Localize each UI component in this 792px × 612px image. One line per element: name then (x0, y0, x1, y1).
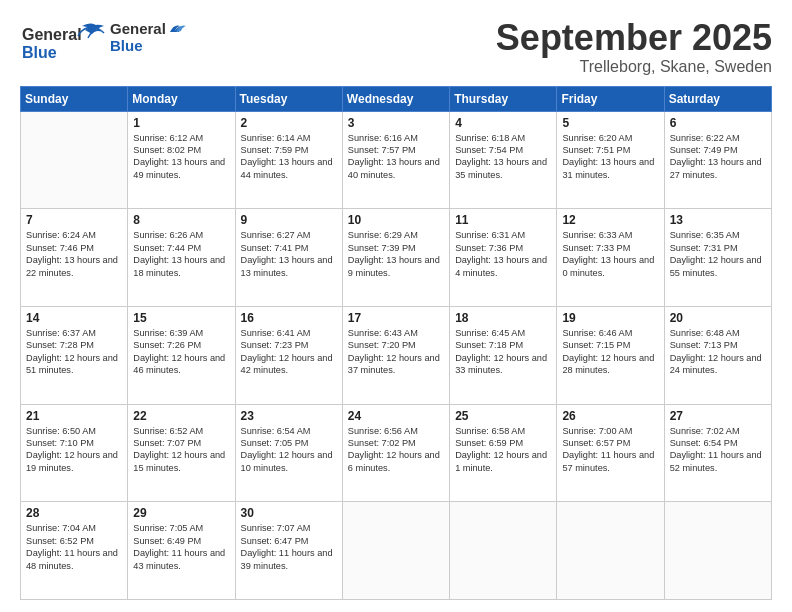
cell-details: Sunrise: 6:12 AMSunset: 8:02 PMDaylight:… (133, 132, 229, 182)
day-number: 28 (26, 506, 122, 520)
calendar-week-row: 21Sunrise: 6:50 AMSunset: 7:10 PMDayligh… (21, 404, 772, 502)
header-monday: Monday (128, 86, 235, 111)
header-saturday: Saturday (664, 86, 771, 111)
table-row: 6Sunrise: 6:22 AMSunset: 7:49 PMDaylight… (664, 111, 771, 209)
day-number: 6 (670, 116, 766, 130)
table-row: 3Sunrise: 6:16 AMSunset: 7:57 PMDaylight… (342, 111, 449, 209)
cell-details: Sunrise: 6:48 AMSunset: 7:13 PMDaylight:… (670, 327, 766, 377)
day-number: 19 (562, 311, 658, 325)
day-number: 21 (26, 409, 122, 423)
table-row: 5Sunrise: 6:20 AMSunset: 7:51 PMDaylight… (557, 111, 664, 209)
day-number: 11 (455, 213, 551, 227)
header-sunday: Sunday (21, 86, 128, 111)
table-row: 21Sunrise: 6:50 AMSunset: 7:10 PMDayligh… (21, 404, 128, 502)
cell-details: Sunrise: 6:56 AMSunset: 7:02 PMDaylight:… (348, 425, 444, 475)
svg-text:General: General (22, 26, 82, 43)
table-row: 11Sunrise: 6:31 AMSunset: 7:36 PMDayligh… (450, 209, 557, 307)
table-row: 23Sunrise: 6:54 AMSunset: 7:05 PMDayligh… (235, 404, 342, 502)
month-title: September 2025 (496, 18, 772, 58)
table-row: 29Sunrise: 7:05 AMSunset: 6:49 PMDayligh… (128, 502, 235, 600)
cell-details: Sunrise: 7:02 AMSunset: 6:54 PMDaylight:… (670, 425, 766, 475)
cell-details: Sunrise: 6:24 AMSunset: 7:46 PMDaylight:… (26, 229, 122, 279)
table-row: 17Sunrise: 6:43 AMSunset: 7:20 PMDayligh… (342, 306, 449, 404)
calendar-table: Sunday Monday Tuesday Wednesday Thursday… (20, 86, 772, 600)
table-row: 18Sunrise: 6:45 AMSunset: 7:18 PMDayligh… (450, 306, 557, 404)
cell-details: Sunrise: 6:26 AMSunset: 7:44 PMDaylight:… (133, 229, 229, 279)
table-row (342, 502, 449, 600)
day-number: 17 (348, 311, 444, 325)
cell-details: Sunrise: 7:07 AMSunset: 6:47 PMDaylight:… (241, 522, 337, 572)
cell-details: Sunrise: 6:18 AMSunset: 7:54 PMDaylight:… (455, 132, 551, 182)
cell-details: Sunrise: 6:20 AMSunset: 7:51 PMDaylight:… (562, 132, 658, 182)
cell-details: Sunrise: 6:54 AMSunset: 7:05 PMDaylight:… (241, 425, 337, 475)
table-row: 24Sunrise: 6:56 AMSunset: 7:02 PMDayligh… (342, 404, 449, 502)
table-row: 27Sunrise: 7:02 AMSunset: 6:54 PMDayligh… (664, 404, 771, 502)
cell-details: Sunrise: 7:04 AMSunset: 6:52 PMDaylight:… (26, 522, 122, 572)
cell-details: Sunrise: 6:14 AMSunset: 7:59 PMDaylight:… (241, 132, 337, 182)
header-wednesday: Wednesday (342, 86, 449, 111)
cell-details: Sunrise: 6:43 AMSunset: 7:20 PMDaylight:… (348, 327, 444, 377)
day-number: 1 (133, 116, 229, 130)
table-row: 15Sunrise: 6:39 AMSunset: 7:26 PMDayligh… (128, 306, 235, 404)
svg-text:Blue: Blue (22, 44, 57, 61)
location-subtitle: Trelleborg, Skane, Sweden (496, 58, 772, 76)
table-row: 7Sunrise: 6:24 AMSunset: 7:46 PMDaylight… (21, 209, 128, 307)
day-number: 22 (133, 409, 229, 423)
table-row: 20Sunrise: 6:48 AMSunset: 7:13 PMDayligh… (664, 306, 771, 404)
table-row: 10Sunrise: 6:29 AMSunset: 7:39 PMDayligh… (342, 209, 449, 307)
table-row: 30Sunrise: 7:07 AMSunset: 6:47 PMDayligh… (235, 502, 342, 600)
logo-blue-text: Blue (110, 37, 190, 54)
day-number: 18 (455, 311, 551, 325)
cell-details: Sunrise: 6:41 AMSunset: 7:23 PMDaylight:… (241, 327, 337, 377)
cell-details: Sunrise: 6:22 AMSunset: 7:49 PMDaylight:… (670, 132, 766, 182)
day-number: 9 (241, 213, 337, 227)
table-row: 25Sunrise: 6:58 AMSunset: 6:59 PMDayligh… (450, 404, 557, 502)
day-number: 13 (670, 213, 766, 227)
page: General Blue General Blue (0, 0, 792, 612)
day-number: 29 (133, 506, 229, 520)
day-number: 16 (241, 311, 337, 325)
day-number: 14 (26, 311, 122, 325)
table-row (664, 502, 771, 600)
day-number: 15 (133, 311, 229, 325)
table-row: 2Sunrise: 6:14 AMSunset: 7:59 PMDaylight… (235, 111, 342, 209)
calendar-week-row: 7Sunrise: 6:24 AMSunset: 7:46 PMDaylight… (21, 209, 772, 307)
day-number: 20 (670, 311, 766, 325)
day-number: 25 (455, 409, 551, 423)
cell-details: Sunrise: 6:33 AMSunset: 7:33 PMDaylight:… (562, 229, 658, 279)
cell-details: Sunrise: 6:52 AMSunset: 7:07 PMDaylight:… (133, 425, 229, 475)
table-row: 28Sunrise: 7:04 AMSunset: 6:52 PMDayligh… (21, 502, 128, 600)
cell-details: Sunrise: 6:37 AMSunset: 7:28 PMDaylight:… (26, 327, 122, 377)
calendar-header-row: Sunday Monday Tuesday Wednesday Thursday… (21, 86, 772, 111)
table-row: 16Sunrise: 6:41 AMSunset: 7:23 PMDayligh… (235, 306, 342, 404)
day-number: 26 (562, 409, 658, 423)
table-row (450, 502, 557, 600)
cell-details: Sunrise: 6:31 AMSunset: 7:36 PMDaylight:… (455, 229, 551, 279)
table-row: 14Sunrise: 6:37 AMSunset: 7:28 PMDayligh… (21, 306, 128, 404)
table-row: 9Sunrise: 6:27 AMSunset: 7:41 PMDaylight… (235, 209, 342, 307)
table-row (557, 502, 664, 600)
cell-details: Sunrise: 6:35 AMSunset: 7:31 PMDaylight:… (670, 229, 766, 279)
day-number: 8 (133, 213, 229, 227)
cell-details: Sunrise: 6:16 AMSunset: 7:57 PMDaylight:… (348, 132, 444, 182)
table-row: 22Sunrise: 6:52 AMSunset: 7:07 PMDayligh… (128, 404, 235, 502)
header-friday: Friday (557, 86, 664, 111)
day-number: 30 (241, 506, 337, 520)
logo-general-text: General (110, 20, 166, 37)
day-number: 10 (348, 213, 444, 227)
cell-details: Sunrise: 6:50 AMSunset: 7:10 PMDaylight:… (26, 425, 122, 475)
day-number: 4 (455, 116, 551, 130)
logo: General Blue General Blue (20, 18, 190, 68)
day-number: 23 (241, 409, 337, 423)
table-row: 1Sunrise: 6:12 AMSunset: 8:02 PMDaylight… (128, 111, 235, 209)
table-row (21, 111, 128, 209)
header-thursday: Thursday (450, 86, 557, 111)
table-row: 13Sunrise: 6:35 AMSunset: 7:31 PMDayligh… (664, 209, 771, 307)
day-number: 5 (562, 116, 658, 130)
title-block: September 2025 Trelleborg, Skane, Sweden (496, 18, 772, 76)
logo-svg: General Blue (20, 18, 110, 68)
cell-details: Sunrise: 6:39 AMSunset: 7:26 PMDaylight:… (133, 327, 229, 377)
table-row: 4Sunrise: 6:18 AMSunset: 7:54 PMDaylight… (450, 111, 557, 209)
cell-details: Sunrise: 6:29 AMSunset: 7:39 PMDaylight:… (348, 229, 444, 279)
table-row: 12Sunrise: 6:33 AMSunset: 7:33 PMDayligh… (557, 209, 664, 307)
